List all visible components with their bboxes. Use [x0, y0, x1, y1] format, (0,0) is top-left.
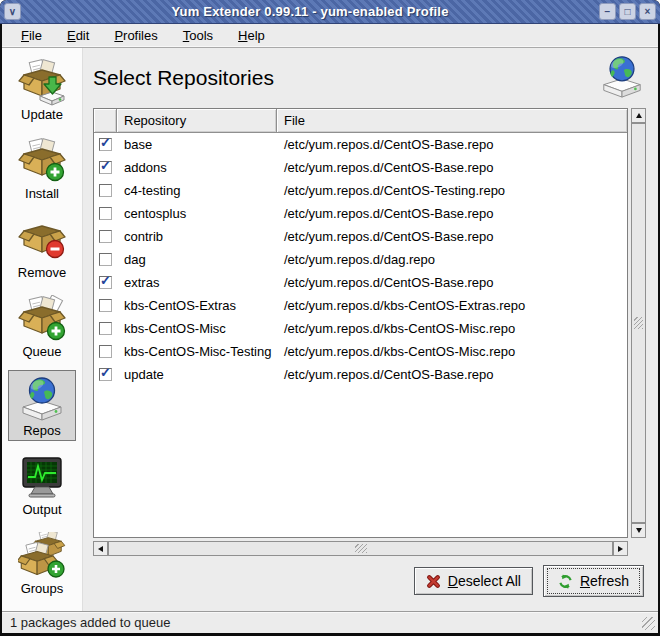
repo-name: extras	[117, 275, 277, 290]
repo-file: /etc/yum.repos.d/CentOS-Base.repo	[277, 367, 627, 382]
repo-name: dag	[117, 252, 277, 267]
sidebar-item-label: Queue	[22, 344, 61, 359]
table-row[interactable]: dag /etc/yum.repos.d/dag.repo	[94, 248, 627, 271]
repo-checkbox[interactable]	[99, 184, 112, 197]
scroll-left-button[interactable]	[93, 541, 108, 556]
globe-drive-icon	[598, 53, 646, 103]
repo-checkbox[interactable]: ✓	[99, 368, 112, 381]
main-panel: Select Repositories Repository File	[83, 48, 658, 611]
page-title: Select Repositories	[93, 66, 274, 90]
table-header: Repository File	[94, 109, 627, 133]
update-box-icon	[18, 58, 66, 106]
action-buttons: Deselect All Refresh	[93, 565, 644, 597]
table-row[interactable]: ✓ base /etc/yum.repos.d/CentOS-Base.repo	[94, 133, 627, 156]
groups-box-icon	[18, 532, 66, 580]
deselect-all-button[interactable]: Deselect All	[414, 567, 533, 595]
scroll-up-button[interactable]	[631, 108, 646, 123]
repo-file: /etc/yum.repos.d/CentOS-Base.repo	[277, 160, 627, 175]
resize-grip[interactable]	[642, 617, 655, 630]
repo-file: /etc/yum.repos.d/CentOS-Base.repo	[277, 229, 627, 244]
menu-help[interactable]: Help	[233, 26, 270, 45]
page-header: Select Repositories	[93, 52, 646, 104]
scrollbar-grip	[634, 317, 643, 329]
vertical-scrollbar-thumb[interactable]	[631, 123, 646, 523]
sidebar-item-label: Output	[22, 502, 61, 517]
horizontal-scrollbar-thumb[interactable]	[108, 541, 613, 556]
repo-checkbox[interactable]: ✓	[99, 138, 112, 151]
titlebar[interactable]: ∨ Yum Extender 0.99.11 - yum-enabled Pro…	[0, 0, 660, 24]
menu-tools[interactable]: Tools	[178, 26, 218, 45]
window-menu-button[interactable]: ∨	[4, 3, 21, 20]
refresh-label: Refresh	[580, 573, 629, 589]
horizontal-scrollbar[interactable]	[93, 541, 628, 556]
scroll-left-icon	[98, 546, 103, 552]
repo-checkbox[interactable]	[99, 230, 112, 243]
repo-checkbox[interactable]	[99, 253, 112, 266]
column-header-repository[interactable]: Repository	[117, 109, 277, 133]
table-row[interactable]: kbs-CentOS-Misc /etc/yum.repos.d/kbs-Cen…	[94, 317, 627, 340]
scrollbar-grip	[355, 544, 367, 553]
sidebar: Update Install Remove Queue Repos	[2, 48, 83, 611]
table-row[interactable]: ✓ addons /etc/yum.repos.d/CentOS-Base.re…	[94, 156, 627, 179]
repo-name: base	[117, 137, 277, 152]
content-area: Update Install Remove Queue Repos	[2, 48, 658, 611]
scroll-down-button[interactable]	[631, 523, 646, 538]
sidebar-item-label: Groups	[21, 581, 64, 596]
sidebar-item-install[interactable]: Install	[8, 133, 76, 204]
repo-file: /etc/yum.repos.d/CentOS-Base.repo	[277, 137, 627, 152]
table-row[interactable]: ✓ update /etc/yum.repos.d/CentOS-Base.re…	[94, 363, 627, 386]
repo-file: /etc/yum.repos.d/kbs-CentOS-Extras.repo	[277, 298, 627, 313]
status-text: 1 packages added to queue	[10, 615, 170, 630]
table-row[interactable]: ✓ extras /etc/yum.repos.d/CentOS-Base.re…	[94, 271, 627, 294]
sidebar-item-update[interactable]: Update	[8, 54, 76, 125]
sidebar-item-queue[interactable]: Queue	[8, 291, 76, 362]
scrolled-window: Repository File ✓ base /etc/yum.repos.d/…	[93, 108, 646, 556]
check-icon: ✓	[100, 274, 111, 287]
scroll-right-button[interactable]	[613, 541, 628, 556]
repo-checkbox[interactable]: ✓	[99, 161, 112, 174]
sidebar-item-label: Repos	[23, 423, 61, 438]
repository-table: Repository File ✓ base /etc/yum.repos.d/…	[93, 108, 628, 538]
repo-file: /etc/yum.repos.d/CentOS-Base.repo	[277, 206, 627, 221]
column-header-file[interactable]: File	[277, 109, 627, 133]
repo-checkbox[interactable]	[99, 345, 112, 358]
check-icon: ✓	[100, 366, 111, 379]
repo-checkbox[interactable]	[99, 207, 112, 220]
repo-file: /etc/yum.repos.d/kbs-CentOS-Misc.repo	[277, 344, 627, 359]
repo-file: /etc/yum.repos.d/CentOS-Testing.repo	[277, 183, 627, 198]
menu-edit[interactable]: Edit	[62, 26, 94, 45]
focus-ring: Refresh	[547, 568, 640, 594]
app-window: ∨ Yum Extender 0.99.11 - yum-enabled Pro…	[0, 0, 660, 636]
table-row[interactable]: contrib /etc/yum.repos.d/CentOS-Base.rep…	[94, 225, 627, 248]
repo-name: update	[117, 367, 277, 382]
status-bar: 1 packages added to queue	[2, 611, 658, 633]
table-row[interactable]: c4-testing /etc/yum.repos.d/CentOS-Testi…	[94, 179, 627, 202]
menu-file[interactable]: File	[16, 26, 47, 45]
repo-checkbox[interactable]: ✓	[99, 276, 112, 289]
table-row[interactable]: kbs-CentOS-Extras /etc/yum.repos.d/kbs-C…	[94, 294, 627, 317]
repo-checkbox[interactable]	[99, 322, 112, 335]
scroll-down-icon	[636, 528, 642, 533]
repo-checkbox[interactable]	[99, 299, 112, 312]
maximize-button[interactable]: □	[619, 3, 636, 20]
sidebar-item-remove[interactable]: Remove	[8, 212, 76, 283]
close-button[interactable]: ×	[639, 3, 656, 20]
sidebar-item-output[interactable]: Output	[8, 449, 76, 520]
table-row[interactable]: kbs-CentOS-Misc-Testing /etc/yum.repos.d…	[94, 340, 627, 363]
table-row[interactable]: centosplus /etc/yum.repos.d/CentOS-Base.…	[94, 202, 627, 225]
sidebar-item-repos[interactable]: Repos	[8, 370, 76, 441]
repo-name: contrib	[117, 229, 277, 244]
sidebar-item-groups[interactable]: Groups	[8, 528, 76, 599]
vertical-scrollbar[interactable]	[631, 108, 646, 538]
scroll-right-icon	[618, 546, 623, 552]
scrollbar-corner	[631, 541, 646, 556]
repo-name: kbs-CentOS-Extras	[117, 298, 277, 313]
repo-name: kbs-CentOS-Misc	[117, 321, 277, 336]
red-x-icon	[426, 574, 441, 589]
check-icon: ✓	[100, 136, 111, 149]
minimize-button[interactable]: −	[599, 3, 616, 20]
table-body: ✓ base /etc/yum.repos.d/CentOS-Base.repo…	[94, 133, 627, 537]
column-header-checkbox[interactable]	[94, 109, 117, 133]
refresh-button[interactable]: Refresh	[543, 565, 644, 597]
menu-profiles[interactable]: Profiles	[109, 26, 162, 45]
